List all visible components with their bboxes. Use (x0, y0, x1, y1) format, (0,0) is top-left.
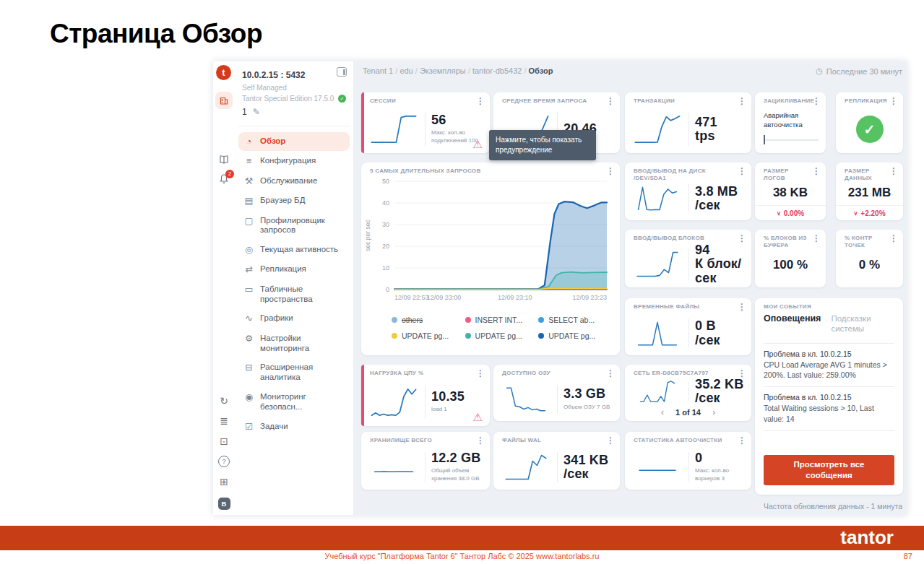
kebab-menu-icon[interactable]: ⋮ (606, 435, 615, 446)
monitor-icon[interactable]: ⊡ (215, 433, 233, 450)
tantor-logo-icon[interactable]: t (216, 65, 231, 80)
sidebar-item-current-activity[interactable]: ◎Текущая активность (238, 240, 350, 259)
tasks-icon: ☑ (243, 422, 254, 432)
metric-value: 94 (695, 243, 746, 257)
events-title: МОИ СОБЫТИЯ (764, 303, 889, 311)
legend-item-update-2[interactable]: UPDATE pg... (465, 331, 539, 340)
kebab-menu-icon[interactable]: ⋮ (606, 96, 615, 106)
tab-system-hints[interactable]: Подсказки системы (831, 313, 881, 334)
tab-alerts[interactable]: Оповещения (764, 313, 821, 334)
kebab-menu-icon[interactable]: ⋮ (738, 96, 746, 106)
instance-icon[interactable] (215, 92, 233, 109)
metric-subtitle: Макс. кол-во воркеров 3 (695, 467, 746, 483)
sidebar-item-charts[interactable]: ∿Графики (238, 309, 350, 328)
sessions-sparkline (368, 113, 419, 145)
collapse-panel-icon[interactable] (337, 67, 347, 77)
svg-text:12/09 23:23: 12/09 23:23 (572, 294, 607, 301)
prev-page-icon[interactable]: ‹ (661, 407, 664, 417)
gear-icon: ⚙ (243, 334, 254, 344)
legend-item-update-3[interactable]: UPDATE pg... (538, 331, 612, 340)
svg-text:10: 10 (382, 264, 389, 272)
sidebar-item-overview[interactable]: ◔Обзор (238, 132, 350, 151)
replication-ok-icon: ✓ (856, 116, 884, 143)
apps-grid-icon[interactable]: ⊞ (215, 473, 233, 490)
warning-icon[interactable]: ⚠ (473, 411, 483, 424)
log-size-card: РАЗМЕР ЛОГОВ ⋮ 38 KB ∨0.00% (755, 162, 826, 220)
sidebar-item-tablespaces[interactable]: ▭Табличные пространства (238, 280, 350, 309)
sliders-icon[interactable]: ≣ (215, 412, 233, 430)
page-indicator: 1 of 14 (675, 408, 701, 417)
kebab-menu-icon[interactable]: ⋮ (738, 233, 746, 243)
kebab-menu-icon[interactable]: ⋮ (606, 368, 615, 378)
transactions-sparkline (632, 113, 683, 145)
alert-item[interactable]: Проблема в кл. 10.0.2.15 CPU Load Averag… (764, 344, 894, 387)
tantor-footer-logo: tantor (840, 526, 894, 549)
edit-icon[interactable]: ✎ (253, 107, 260, 117)
kebab-menu-icon[interactable]: ⋮ (738, 435, 746, 446)
kebab-menu-icon[interactable]: ⋮ (889, 96, 898, 106)
card-title: РЕПЛИКАЦИЯ (845, 97, 889, 105)
kebab-menu-icon[interactable]: ⋮ (476, 96, 485, 106)
kebab-menu-icon[interactable]: ⋮ (889, 233, 898, 243)
kebab-menu-icon[interactable]: ⋮ (738, 166, 746, 176)
kebab-menu-icon[interactable]: ⋮ (812, 166, 821, 176)
kebab-menu-icon[interactable]: ⋮ (476, 435, 485, 446)
wraparound-text: Аварийная автоочистка (764, 111, 819, 130)
sidebar-item-security-monitoring[interactable]: ◉Мониторинг безопасн... (238, 388, 350, 417)
time-range-selector[interactable]: ◷Последние 30 минут (816, 66, 902, 76)
notifications-badge: 2 (225, 170, 234, 178)
temp-files-card: ВРЕМЕННЫЕ ФАЙЛЫ ⋮ 0 В/сек (625, 298, 751, 355)
ram-sparkline (501, 386, 551, 413)
alert-item[interactable]: Проблема в кл. 10.0.2.15 Total Waiting s… (764, 387, 894, 430)
view-all-messages-button[interactable]: Просмотреть все сообщения (764, 455, 894, 485)
sidebar-item-db-browser[interactable]: ▤Браузер БД (238, 191, 350, 210)
warning-icon[interactable]: ⚠ (473, 138, 483, 151)
docs-icon[interactable] (215, 151, 233, 168)
notifications-icon[interactable]: 2 (215, 171, 233, 188)
sidebar-item-tasks[interactable]: ☑Задачи (238, 417, 350, 436)
network-card: СЕТЬ ER-D8CB75C7A797 ⋮ 35.2 KB/сек ‹ 1 o… (625, 365, 751, 421)
card-title: СЕТЬ ER-D8CB75C7A797 (634, 370, 737, 377)
refresh-icon[interactable]: ↻ (215, 392, 233, 409)
legend-item-others[interactable]: others (392, 316, 465, 324)
sidebar-item-replication[interactable]: ⇄Репликация (238, 260, 350, 279)
kebab-menu-icon[interactable]: ⋮ (738, 302, 746, 312)
top-queries-chart-svg: 01020304050sec per sec12/09 22:5312/09 2… (361, 177, 620, 318)
kebab-menu-icon[interactable]: ⋮ (476, 368, 485, 378)
breadcrumb-item[interactable]: Tenant 1 (363, 66, 400, 75)
sidebar-item-monitoring-settings[interactable]: ⚙Настройки мониторинга (238, 329, 350, 358)
kebab-menu-icon[interactable]: ⋮ (812, 96, 821, 106)
legend-item-insert[interactable]: INSERT INT... (465, 316, 539, 324)
card-title: ВВОД/ВЫВОД БЛОКОВ (634, 235, 737, 242)
buffer-hit-card: % БЛОКОВ ИЗ БУФЕРА ⋮ 100 % (755, 230, 826, 287)
page-number: 87 (904, 552, 912, 560)
kebab-menu-icon[interactable]: ⋮ (889, 166, 898, 176)
breadcrumb-item[interactable]: edu (400, 66, 420, 75)
config-icon: ≡ (243, 156, 254, 166)
cpu-sparkline (368, 386, 419, 418)
legend-item-update-1[interactable]: UPDATE pg... (392, 331, 465, 340)
divider (238, 126, 350, 126)
sidebar-item-maintenance[interactable]: ⚒Обслуживание (238, 172, 350, 191)
kebab-menu-icon[interactable]: ⋮ (812, 233, 821, 243)
sidebar-item-configuration[interactable]: ≡Конфигурация (238, 152, 350, 170)
breadcrumb-item[interactable]: tantor-db5432 (472, 66, 529, 75)
sidebar-item-query-profiler[interactable]: ▢Профилировщик запросов (238, 212, 350, 240)
help-icon[interactable]: ? (215, 453, 233, 470)
disk-io-sparkline (632, 185, 683, 212)
metric-unit: tps (695, 129, 746, 143)
alert-title: Проблема в кл. 10.0.2.15 (764, 350, 894, 358)
metric-value: 0 (695, 451, 746, 465)
folder-icon: ▭ (243, 285, 254, 295)
kebab-menu-icon[interactable]: ⋮ (606, 166, 615, 176)
breadcrumb-item[interactable]: Экземпляры (420, 66, 472, 75)
legend-item-select[interactable]: SELECT ab... (538, 316, 612, 324)
clock-icon: ◷ (816, 66, 823, 76)
gauge-icon: ◔ (243, 136, 254, 147)
tooltip: Нажмите, чтобы показать предупреждение (489, 130, 596, 160)
chart-legend: others INSERT INT... SELECT ab... UPDATE… (392, 316, 612, 340)
next-page-icon[interactable]: › (712, 407, 715, 417)
card-title: ЗАЦИКЛИВАНИЕ (764, 97, 811, 105)
b-badge[interactable]: B (215, 495, 233, 512)
sidebar-item-advanced-analytics[interactable]: ⊟Расширенная аналитика (238, 358, 350, 387)
